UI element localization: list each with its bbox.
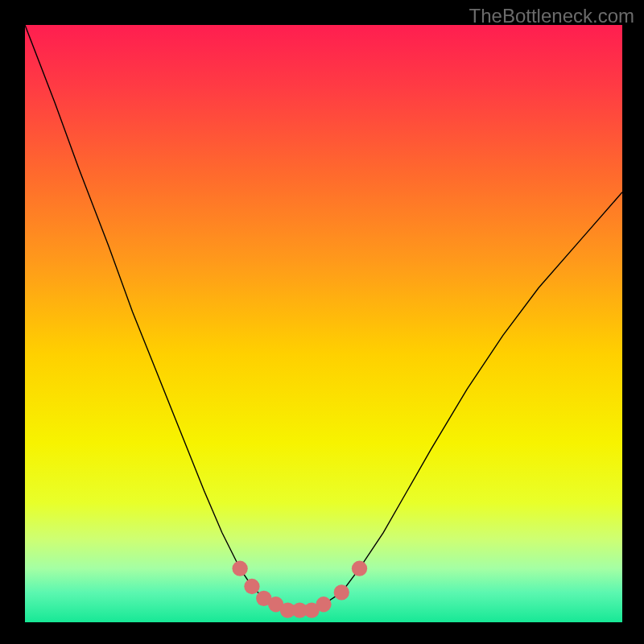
watermark-label: TheBottleneck.com xyxy=(469,5,634,27)
chart-marker xyxy=(352,561,367,576)
bottleneck-chart xyxy=(25,25,622,622)
chart-marker xyxy=(316,597,331,612)
chart-marker xyxy=(232,561,247,576)
chart-marker xyxy=(334,584,349,600)
chart-background xyxy=(25,25,622,622)
chart-marker xyxy=(244,579,259,594)
